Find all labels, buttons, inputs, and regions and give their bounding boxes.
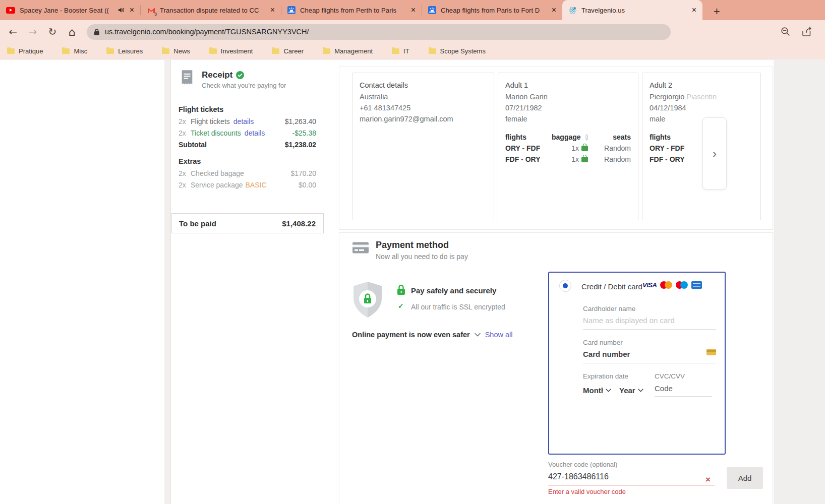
bookmark-label: Pratique (19, 47, 43, 55)
voucher-input[interactable] (548, 468, 715, 485)
carousel-next-button[interactable]: › (702, 117, 727, 190)
passenger-table: flights ORY - FDF FDF - ORY (650, 132, 753, 165)
seat-value: Random (588, 154, 631, 165)
page-content: Receipt Check what you're paying for Fli… (0, 60, 825, 504)
close-icon[interactable]: × (409, 6, 418, 14)
voucher-error: Enter a valid voucher code (548, 488, 726, 495)
segment-row: FDF - ORY (650, 154, 753, 165)
seat-value: Random (588, 143, 631, 154)
show-all-link[interactable]: Show all (485, 331, 513, 339)
tab-title: Transaction dispute related to CC (160, 7, 268, 14)
adult1-card: Adult 1 Marion Garin 07/21/1982 female f… (498, 73, 638, 220)
col-flights: flights (650, 132, 696, 143)
share-icon[interactable] (802, 26, 813, 37)
qty: 2x (179, 117, 191, 125)
baggage-qty: 1x (571, 143, 579, 154)
month-value: Month (583, 386, 603, 395)
bookmark-folder-scope-systems[interactable]: Scope Systems (429, 47, 486, 55)
close-icon[interactable]: × (268, 6, 277, 14)
back-icon[interactable]: ← (7, 26, 20, 38)
tab-audio-icon[interactable] (117, 7, 125, 14)
folder-icon (106, 48, 114, 54)
bookmark-folder-career[interactable]: Career (272, 47, 304, 55)
year-select[interactable]: Year (619, 386, 651, 395)
bookmark-folder-news[interactable]: News (162, 47, 190, 55)
tab-flights-perth-paris[interactable]: Cheap flights from Perth to Paris × (281, 0, 422, 20)
close-icon[interactable]: × (128, 6, 136, 14)
gmail-badge: 3 (154, 12, 157, 17)
payment-title: Payment method (376, 240, 468, 250)
tab-flights-paris-fort[interactable]: Cheap flights from Paris to Fort D × (422, 0, 562, 20)
month-select[interactable]: Month (583, 386, 613, 395)
bookmark-folder-leisures[interactable]: Leisures (106, 47, 143, 55)
clear-voucher-icon[interactable]: × (705, 475, 711, 485)
bookmark-label: Career (283, 47, 304, 55)
voucher-label: Voucher code (optional) (548, 461, 726, 468)
forward-icon[interactable]: → (26, 26, 39, 38)
add-voucher-button[interactable]: Add (727, 467, 763, 489)
segment-flight: FDF - ORY (505, 154, 552, 165)
contact-phone: +61 481347425 (360, 102, 487, 113)
bookmark-folder-management[interactable]: Management (323, 47, 373, 55)
home-icon[interactable]: ⌂ (66, 26, 79, 38)
travelgenio-icon (568, 6, 577, 15)
close-icon[interactable]: × (550, 6, 558, 14)
zoom-icon[interactable] (780, 26, 791, 37)
row-label: Ticket discounts (191, 129, 241, 137)
receipt-row-subtotal: Subtotal $1,238.02 (171, 139, 324, 150)
green-check-icon: ✓ (398, 302, 404, 310)
credit-card-panel: Credit / Debit card VISA Cardholder name… (548, 272, 726, 455)
tab-title: Spacey Jane - Booster Seat (( (20, 7, 117, 14)
new-tab-button[interactable]: + (711, 6, 723, 17)
reload-icon[interactable]: ↻ (46, 26, 59, 38)
subtotal-amount: $1,238.02 (285, 141, 316, 149)
row-amount: $1,263.40 (285, 117, 316, 125)
tab-gmail[interactable]: 3 Transaction dispute related to CC × (141, 0, 281, 20)
tab-youtube[interactable]: Spacey Jane - Booster Seat (( × (0, 0, 140, 20)
tab-travelgenio-active[interactable]: Travelgenio.us × (562, 0, 702, 20)
bookmark-folder-investment[interactable]: Investment (209, 47, 253, 55)
details-link[interactable]: details (233, 117, 254, 125)
row-label: Service package (191, 181, 243, 189)
folder-icon (392, 48, 399, 54)
contact-details-card: Contact details Australia +61 481347425 … (352, 73, 494, 220)
tab-bar: Spacey Jane - Booster Seat (( × 3 Transa… (0, 0, 825, 20)
bookmark-label: Leisures (118, 47, 143, 55)
flights-icon (287, 6, 296, 14)
receipt-title: Receipt (202, 70, 232, 80)
bookmark-folder-misc[interactable]: Misc (62, 47, 87, 55)
passenger-name-truncated: Piasentin (686, 93, 717, 101)
bookmark-folder-it[interactable]: IT (392, 47, 409, 55)
bag-icon (581, 157, 588, 162)
segment-flight: ORY - FDF (505, 143, 552, 154)
receipt-panel: Receipt Check what you're paying for Fli… (171, 66, 324, 234)
bookmark-label: News (173, 47, 190, 55)
chevron-right-icon: › (713, 147, 717, 161)
gmail-icon: 3 (147, 6, 155, 15)
col-seats: seats (588, 132, 631, 143)
total-label: To be paid (179, 219, 216, 228)
expiry-label: Expiration date (583, 372, 655, 380)
bag-icon (581, 146, 588, 151)
subtotal-label: Subtotal (179, 141, 207, 149)
contact-country: Australia (360, 91, 487, 102)
bookmark-folder-pratique[interactable]: Pratique (7, 47, 43, 55)
qty: 2x (179, 181, 191, 189)
passenger-table: flights baggagei seats ORY - FDF 1x Rand… (505, 132, 631, 165)
close-icon[interactable]: × (690, 6, 698, 14)
year-value: Year (619, 386, 635, 395)
details-link[interactable]: details (245, 129, 265, 137)
tab-title: Cheap flights from Perth to Paris (300, 7, 409, 14)
passenger-birthdate: 07/21/1982 (505, 102, 631, 113)
cvc-input[interactable] (655, 384, 712, 393)
card-number-input[interactable] (583, 350, 716, 358)
chevron-down-icon (606, 389, 611, 392)
chevron-down-icon (475, 333, 481, 337)
qty: 2x (179, 169, 191, 177)
card-number-label: Card number (583, 339, 716, 346)
cardholder-input[interactable] (583, 316, 716, 325)
segment-row: FDF - ORY 1x Random (505, 154, 631, 165)
bookmark-label: Investment (221, 47, 253, 55)
address-bar[interactable]: us.travelgenio.com/booking/payment/TGUSN… (87, 24, 671, 40)
card-radio-button[interactable] (559, 280, 571, 292)
